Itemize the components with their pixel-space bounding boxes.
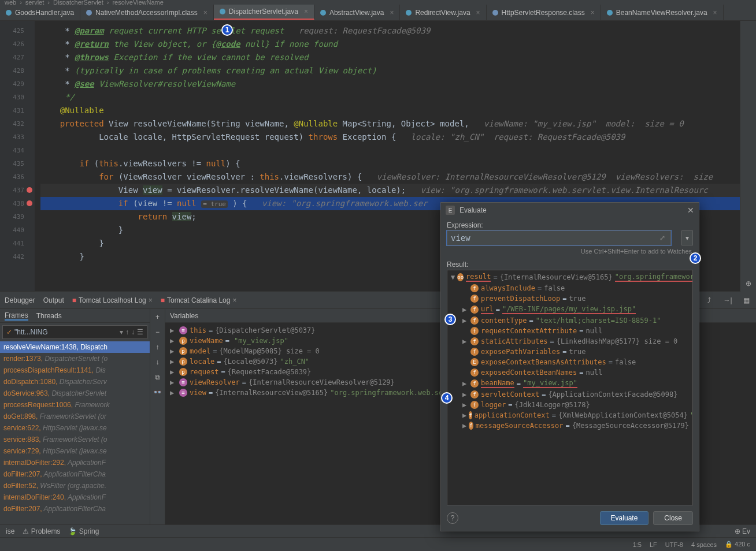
stack-frame[interactable]: processDispatchResult:1141, Dis	[0, 364, 150, 376]
stack-frame[interactable]: doService:963, DispatcherServlet	[0, 388, 150, 399]
result-row[interactable]: ▶f messageSourceAccessor = {MessageSourc…	[449, 420, 691, 431]
encoding[interactable]: UTF-8	[665, 541, 683, 548]
close-button[interactable]: Close	[653, 511, 693, 525]
close-icon[interactable]: ✕	[687, 206, 694, 215]
vars-toolbar: + − ↑ ↓ ⧉ 👓	[150, 309, 165, 533]
drop-frame-icon[interactable]: ⤴	[704, 295, 714, 306]
run-to-cursor-icon[interactable]: →|	[722, 295, 733, 306]
threads-tab[interactable]: Threads	[36, 312, 62, 320]
result-row[interactable]: ▶f logger = {Jdk14Logger@5178}	[449, 400, 691, 410]
stack-frame[interactable]: doFilter:207, ApplicationFilterCha	[0, 468, 150, 480]
frames-panel: Frames Threads ✓"htt...NING ▾ ↑↓☰ resolv…	[0, 309, 150, 533]
stack-frame[interactable]: service:729, HttpServlet (javax.se	[0, 445, 150, 457]
editor-tab[interactable]: BeanNameViewResolver.java×	[601, 5, 724, 20]
help-icon[interactable]: ?	[447, 512, 458, 524]
up-icon[interactable]: ↑	[152, 341, 164, 353]
tab-debugger[interactable]: Debugger	[5, 296, 35, 304]
stack-list[interactable]: resolveViewName:1438, Dispatchrender:137…	[0, 341, 150, 533]
tab-tomcat-local[interactable]: ■ Tomcat Localhost Log ×	[72, 296, 153, 304]
result-row[interactable]: ▶f servletContext = {ApplicationContextF…	[449, 389, 691, 400]
editor-right-strip: ⊕	[740, 21, 756, 292]
annotation-1: 1	[221, 24, 233, 36]
stack-frame[interactable]: service:883, FrameworkServlet (o	[0, 434, 150, 445]
frames-tab[interactable]: Frames	[5, 311, 28, 321]
down-icon[interactable]: ↓	[152, 356, 164, 368]
thread-selector[interactable]: ✓"htt...NING ▾ ↑↓☰	[2, 325, 147, 339]
result-row[interactable]: f requestContextAttribute = null	[449, 326, 691, 336]
tab-output[interactable]: Output	[43, 296, 64, 304]
stack-frame[interactable]: internalDoFilter:292, ApplicationF	[0, 457, 150, 468]
expression-history-dropdown[interactable]: ▾	[681, 230, 693, 245]
result-row[interactable]: f preventDispatchLoop = true	[449, 293, 691, 304]
add-watch-icon[interactable]: +	[152, 311, 164, 323]
annotation-4: 4	[441, 392, 453, 404]
result-label: Result: 2	[441, 257, 699, 270]
result-row[interactable]: ▶f url = "/WEB-INF/pages/my_view.jsp.jsp…	[449, 304, 691, 315]
remove-watch-icon[interactable]: −	[152, 326, 164, 338]
line-ending[interactable]: LF	[650, 541, 657, 548]
evaluate-icon: E	[446, 206, 455, 215]
stack-frame[interactable]: service:622, HttpServlet (javax.se	[0, 422, 150, 434]
result-tree[interactable]: ▼oo result = {InternalResourceView@5165}…	[447, 270, 693, 505]
editor-tab[interactable]: RedirectView.java×	[400, 5, 486, 20]
editor-tab[interactable]: HttpServletResponse.class×	[487, 5, 601, 20]
expand-icon[interactable]: ⤢	[659, 234, 665, 242]
stack-frame[interactable]: doDispatch:1080, DispatcherServ	[0, 376, 150, 388]
status-bar: 1:5 LF UTF-8 4 spaces 🔒 420 c	[0, 537, 756, 551]
editor-tab[interactable]: NativeMethodAccessorImpl.class×	[80, 5, 214, 20]
line-gutter: 4254264274284294304314324334344354364374…	[0, 21, 35, 291]
expression-input[interactable]	[447, 230, 671, 245]
event-log-icon[interactable]: ⊕ Ev	[735, 527, 750, 535]
evaluate-button[interactable]: Evaluate	[600, 511, 649, 525]
result-row[interactable]: ▶f beanName = "my_view.jsp"	[449, 378, 691, 389]
result-row[interactable]: E exposeContextBeansAsAttributes = false	[449, 357, 691, 367]
indent[interactable]: 4 spaces	[691, 541, 717, 548]
editor-tab[interactable]: AbstractView.java×	[314, 5, 401, 20]
editor-tab[interactable]: GoodsHandler.java	[0, 5, 80, 20]
stack-frame[interactable]: render:1373, DispatcherServlet (o	[0, 353, 150, 364]
result-row[interactable]: ▶f applicationContext = {XmlWebApplicati…	[449, 410, 691, 420]
spring-tab[interactable]: 🍃 Spring	[68, 527, 99, 535]
ise-tab[interactable]: ise	[6, 527, 14, 535]
stack-frame[interactable]: doGet:898, FrameworkServlet (or	[0, 411, 150, 422]
evaluate-icon[interactable]: ▦	[741, 295, 751, 306]
result-row[interactable]: f alwaysInclude = false	[449, 283, 691, 293]
gear-icon[interactable]: ⊕	[743, 278, 754, 289]
result-row[interactable]: f exposePathVariables = true	[449, 347, 691, 357]
editor-tabbar: GoodsHandler.javaNativeMethodAccessorImp…	[0, 5, 756, 21]
result-row[interactable]: ▼oo result = {InternalResourceView@5165}…	[449, 271, 691, 283]
evaluate-hint: Use Ctrl+Shift+Enter to add to Watches	[441, 245, 699, 257]
glasses-icon[interactable]: 👓	[152, 386, 164, 398]
stack-frame[interactable]: doFilter:52, WsFilter (org.apache.	[0, 480, 150, 492]
expression-label: Expression:	[441, 218, 699, 230]
breadcrumb: web › servlet › DispatcherServlet › reso…	[0, 0, 756, 5]
git-branch[interactable]: 🔒 420 c	[725, 541, 750, 548]
result-row[interactable]: f exposedContextBeanNames = null	[449, 367, 691, 378]
stack-frame[interactable]: resolveViewName:1438, Dispatch	[0, 341, 150, 353]
stack-frame[interactable]: internalDoFilter:240, ApplicationF	[0, 492, 150, 503]
copy-icon[interactable]: ⧉	[152, 371, 164, 383]
stack-frame[interactable]: processRequest:1006, Framework	[0, 399, 150, 411]
annotation-2: 2	[690, 252, 701, 264]
result-row[interactable]: ▶f contentType = "text/html;charset=ISO-…	[449, 315, 691, 326]
editor-tab[interactable]: DispatcherServlet.java×	[214, 5, 314, 20]
caret-position[interactable]: 1:5	[633, 541, 642, 548]
stack-frame[interactable]: doFilter:207, ApplicationFilterCha	[0, 503, 150, 515]
problems-tab[interactable]: ⚠ Problems	[23, 527, 60, 535]
result-row[interactable]: ▶f staticAttributes = {LinkedHashMap@517…	[449, 336, 691, 347]
evaluate-title: Evaluate	[459, 206, 487, 214]
evaluate-dialog: E Evaluate ✕ Expression: ⤢ ▾ Use Ctrl+Sh…	[440, 202, 699, 531]
annotation-3: 3	[444, 314, 456, 325]
tab-tomcat-catalina[interactable]: ■ Tomcat Catalina Log ×	[161, 296, 237, 304]
